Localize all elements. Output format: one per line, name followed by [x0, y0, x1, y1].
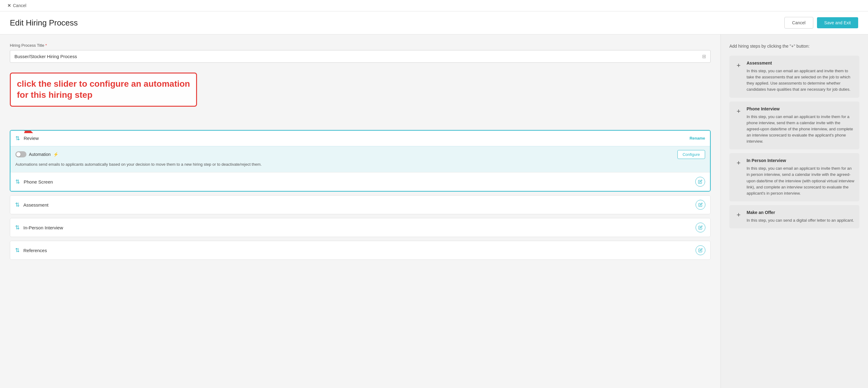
in-person-interview-step-header: ⇅ In-Person Interview: [10, 218, 710, 237]
hiring-step-assessment: ⇅ Assessment: [10, 195, 711, 214]
make-offer-card-title: Make an Offer: [747, 210, 854, 215]
callout-box: click the slider to configure an automat…: [10, 72, 197, 107]
assessment-step-header-left: ⇅ Assessment: [15, 201, 49, 208]
phone-interview-card-content: Phone Interview In this step, you can em…: [747, 107, 855, 145]
add-make-offer-button[interactable]: +: [734, 211, 743, 219]
title-input-wrapper: ⊞: [10, 50, 711, 63]
header-bar: Edit Hiring Process Cancel Save and Exit: [0, 11, 868, 34]
lightning-icon: ⚡: [53, 152, 58, 157]
right-panel-assessment-card: + Assessment In this step, you can email…: [730, 56, 859, 98]
right-panel-intro: Add hiring steps by clicking the "+" but…: [730, 43, 859, 50]
pencil-icon: [698, 248, 703, 252]
assessment-edit-button[interactable]: [695, 200, 705, 210]
annotation-wrapper: click the slider to configure an automat…: [10, 70, 711, 112]
review-rename-button[interactable]: Rename: [689, 136, 705, 141]
references-step-name: References: [23, 248, 47, 253]
in-person-interview-edit-button[interactable]: [695, 222, 705, 233]
top-bar: ✕ Cancel: [0, 0, 868, 11]
automation-toggle[interactable]: [16, 151, 26, 157]
callout-line2: for this hiring step: [17, 89, 190, 100]
add-phone-interview-button[interactable]: +: [734, 107, 743, 116]
grid-icon: ⊞: [702, 54, 706, 59]
page-title: Edit Hiring Process: [10, 18, 78, 28]
phone-interview-card-add-row: + Phone Interview In this step, you can …: [734, 107, 855, 145]
phone-screen-left: ⇅ Phone Screen: [16, 178, 53, 185]
assessment-drag-handle[interactable]: ⇅: [15, 201, 20, 208]
right-panel-phone-interview-card: + Phone Interview In this step, you can …: [730, 101, 859, 150]
title-field-label: Hiring Process Title *: [10, 43, 711, 48]
assessment-card-desc: In this step, you can email an applicant…: [747, 68, 855, 93]
in-person-interview-step-header-left: ⇅ In-Person Interview: [15, 224, 63, 231]
required-indicator: *: [45, 43, 47, 48]
assessment-card-title: Assessment: [747, 61, 855, 65]
in-person-interview-card-content: In Person Interview In this step, you ca…: [747, 158, 855, 197]
left-panel: Hiring Process Title * ⊞ click the slide…: [0, 34, 720, 388]
title-input[interactable]: [14, 54, 702, 59]
callout-line1: click the slider to configure an automat…: [17, 79, 190, 89]
right-panel: Add hiring steps by clicking the "+" but…: [720, 34, 868, 388]
review-step-header-left: ⇅ Review: [16, 135, 39, 142]
in-person-interview-drag-handle[interactable]: ⇅: [15, 224, 20, 231]
top-cancel-label: Cancel: [13, 3, 26, 8]
right-panel-make-offer-card: + Make an Offer In this step, you can se…: [730, 205, 859, 229]
hiring-step-review: ⇅ Review Rename Automation ⚡ Co: [10, 130, 711, 192]
references-drag-handle[interactable]: ⇅: [15, 247, 20, 253]
review-step-name: Review: [24, 136, 39, 141]
add-in-person-interview-button[interactable]: +: [734, 159, 743, 167]
in-person-interview-step-name: In-Person Interview: [23, 225, 63, 230]
pencil-icon: [698, 203, 703, 207]
pencil-icon: [698, 180, 702, 184]
cancel-button[interactable]: Cancel: [784, 17, 813, 29]
hiring-step-references: ⇅ References: [10, 241, 711, 260]
make-offer-card-content: Make an Offer In this step, you can send…: [747, 210, 854, 223]
configure-button[interactable]: Configure: [677, 150, 705, 159]
assessment-step-header: ⇅ Assessment: [10, 196, 710, 214]
make-offer-card-add-row: + Make an Offer In this step, you can se…: [734, 210, 855, 223]
header-actions: Cancel Save and Exit: [784, 17, 858, 29]
top-cancel-link[interactable]: ✕ Cancel: [7, 3, 26, 8]
automation-desc: Automations send emails to applicants au…: [16, 161, 705, 168]
arrow-annotation: [13, 130, 38, 134]
phone-screen-edit-button[interactable]: [695, 177, 705, 187]
automation-toggle-row: Automation ⚡ Configure: [16, 150, 705, 159]
references-step-header: ⇅ References: [10, 241, 710, 260]
in-person-interview-card-title: In Person Interview: [747, 158, 855, 163]
phone-screen-drag-handle[interactable]: ⇅: [16, 178, 20, 185]
main-layout: Hiring Process Title * ⊞ click the slide…: [0, 34, 868, 388]
automation-section: Automation ⚡ Configure Automations send …: [10, 146, 710, 173]
automation-toggle-left: Automation ⚡: [16, 151, 58, 157]
references-step-header-left: ⇅ References: [15, 247, 47, 253]
arrow-svg: [13, 130, 38, 133]
assessment-card-add-row: + Assessment In this step, you can email…: [734, 61, 855, 93]
in-person-interview-card-desc: In this step, you can email an applicant…: [747, 166, 855, 197]
save-and-exit-button[interactable]: Save and Exit: [817, 17, 858, 28]
in-person-interview-card-add-row: + In Person Interview In this step, you …: [734, 158, 855, 197]
review-drag-handle[interactable]: ⇅: [16, 135, 20, 142]
add-assessment-button[interactable]: +: [734, 61, 743, 70]
phone-screen-name: Phone Screen: [24, 179, 53, 184]
assessment-card-content: Assessment In this step, you can email a…: [747, 61, 855, 93]
references-edit-button[interactable]: [695, 245, 705, 255]
phone-interview-card-desc: In this step, you can email an applicant…: [747, 114, 855, 145]
automation-label: Automation: [29, 152, 51, 157]
make-offer-card-desc: In this step, you can send a digital off…: [747, 217, 854, 223]
review-step-header: ⇅ Review Rename: [10, 131, 710, 146]
phone-screen-row: ⇅ Phone Screen: [10, 172, 710, 191]
assessment-step-name: Assessment: [23, 202, 49, 208]
phone-interview-card-title: Phone Interview: [747, 107, 855, 111]
hiring-step-in-person-interview: ⇅ In-Person Interview: [10, 218, 711, 237]
pencil-icon: [698, 226, 703, 230]
right-panel-in-person-interview-card: + In Person Interview In this step, you …: [730, 153, 859, 201]
x-icon: ✕: [7, 3, 11, 8]
